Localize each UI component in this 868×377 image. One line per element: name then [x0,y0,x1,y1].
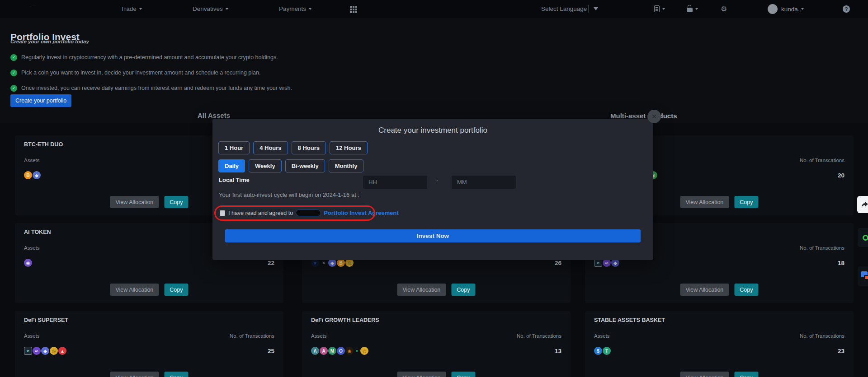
frequency-bi-weekly-button[interactable]: Bi-weekly [285,159,325,172]
chevron-down-icon [662,8,665,10]
copy-button[interactable]: Copy [734,284,758,296]
copy-button[interactable]: Copy [164,372,188,377]
asset-icons: $T [594,347,611,355]
page-subtitle: Create your own portfolio today [10,39,89,44]
frequency-weekly-button[interactable]: Weekly [249,159,282,172]
check-icon: ✓ [10,85,17,92]
feature-item: ✓ Pick a coin you want to invest in, dec… [10,65,292,80]
feature-item: ✓ Once invested, you can receive daily e… [10,80,292,96]
language-dropdown-icon[interactable] [594,7,598,10]
chevron-down-icon [309,8,311,10]
assets-label: Assets [24,333,40,339]
feature-text: Regularly invest in cryptocurrency with … [21,54,278,61]
interval-1-hour-button[interactable]: 1 Hour [218,141,250,154]
card-title: BTC-ETH DUO [24,141,63,148]
assets-label: Assets [24,245,40,251]
agreement-row: I have read and agreed to Portfolio Inve… [220,209,399,216]
modal-close-button[interactable]: ✕ [647,110,661,123]
top-nav: .. Trade Derivatives Payments Select Lan… [0,0,868,18]
username[interactable]: kunda.. [781,6,801,13]
agreement-checkbox[interactable] [220,210,225,216]
eth-coin-icon: ◆ [33,171,41,179]
share-float-button[interactable] [857,196,868,213]
card-actions: View Allocation Copy [680,372,758,377]
view-allocation-button[interactable]: View Allocation [110,196,159,208]
feature-item: ✓ Regularly invest in cryptocurrency wit… [10,50,292,65]
usdc-coin-icon: $ [594,347,602,355]
asset-icons: B◆ [24,171,41,179]
view-allocation-button[interactable]: View Allocation [680,372,729,377]
interval-4-hours-button[interactable]: 4 Hours [253,141,288,154]
copy-button[interactable]: Copy [164,284,188,296]
agreement-link[interactable]: Portfolio Invest Agreement [324,209,399,216]
app-root: .. Trade Derivatives Payments Select Lan… [0,0,868,377]
card-stable-assets-basket: STABLE ASSETS BASKET Assets No. of Trans… [585,311,854,377]
asset-icons: ≈∞◆◎▲ [24,347,67,355]
wallet-icon[interactable] [687,8,693,12]
interval-12-hours-button[interactable]: 12 Hours [330,141,368,154]
copy-button[interactable]: Copy [734,372,758,377]
card-title: DeFi SUPERSET [24,317,68,323]
green-m-coin-icon: M [328,347,336,355]
interval-8-hours-button[interactable]: 8 Hours [292,141,326,154]
chevron-down-icon [139,8,142,10]
create-portfolio-modal: Create your investment portfolio 1 Hour4… [212,119,653,260]
card-actions: View Allocation Copy [110,372,188,377]
divider [588,5,589,13]
feature-text: Once invested, you can receive daily ear… [21,85,292,91]
agreement-text: I have read and agreed to [228,210,293,216]
chat-float-button[interactable] [858,266,868,286]
view-allocation-button[interactable]: View Allocation [110,372,159,377]
copy-button[interactable]: Copy [451,372,475,377]
brand-float-button[interactable] [858,228,868,247]
orders-icon[interactable] [654,5,660,12]
modal-title: Create your investment portfolio [212,126,653,135]
transactions-label: No. of Transcations [800,158,844,163]
help-icon[interactable]: ? [843,5,850,13]
view-allocation-button[interactable]: View Allocation [397,372,446,377]
transactions-count: 20 [838,172,844,179]
asset-icons: ΛAMO◉♦◎ [311,347,369,355]
frequency-monthly-button[interactable]: Monthly [329,159,364,172]
avalanche-coin-icon: ▲ [58,347,66,355]
transactions-label: No. of Transcations [800,333,844,339]
view-allocation-button[interactable]: View Allocation [680,284,729,296]
share-arrow-icon [861,201,868,208]
logo[interactable]: .. [31,3,36,8]
hour-input[interactable] [363,176,427,189]
yellow-coin-icon: ◎ [360,347,368,355]
transactions-label: No. of Transcations [800,245,844,251]
transactions-label: No. of Transcations [517,333,561,339]
language-selector[interactable]: Select Language [541,5,587,12]
card-actions: View Allocation Copy [397,372,475,377]
btc-coin-icon: B [24,171,32,179]
card-actions: View Allocation Copy [680,284,758,296]
nav-item-derivatives[interactable]: Derivatives [193,5,228,12]
copy-button[interactable]: Copy [451,284,475,296]
minute-input[interactable] [452,176,516,189]
knot-coin-icon: ◉ [345,347,354,355]
eth-coin-icon: ◆ [41,347,49,355]
view-allocation-button[interactable]: View Allocation [680,196,729,208]
tab-all-assets[interactable]: All Assets [198,112,230,119]
settings-gear-icon[interactable]: ⚙ [721,5,727,13]
nav-item-label: Payments [279,5,306,12]
nav-item-payments[interactable]: Payments [279,5,311,12]
redacted-brand [296,210,321,216]
copy-button[interactable]: Copy [164,196,188,208]
frequency-daily-button[interactable]: Daily [218,159,245,172]
invest-now-button[interactable]: Invest Now [225,229,641,242]
card-defi-superset: DeFi SUPERSET Assets No. of Transcations… [15,311,283,377]
transactions-count: 22 [268,260,274,266]
nav-item-trade[interactable]: Trade [121,5,142,12]
apps-grid-icon[interactable] [350,6,352,8]
cycle-info-text: Your first auto-invest cycle will begin … [219,191,359,198]
copy-button[interactable]: Copy [734,196,758,208]
assets-label: Assets [594,333,610,339]
user-avatar[interactable] [768,4,778,14]
check-icon: ✓ [10,70,17,76]
local-time-label: Local Time [219,177,250,183]
view-allocation-button[interactable]: View Allocation [397,284,446,296]
create-portfolio-button[interactable]: Create your portfolio [10,94,71,107]
view-allocation-button[interactable]: View Allocation [110,284,159,296]
